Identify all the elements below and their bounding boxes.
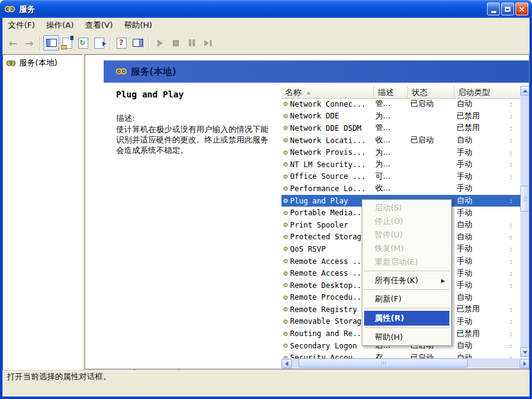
service-gear-icon: ⚙ [281,197,290,204]
stop-icon [173,40,179,46]
service-startup-type: 手动 [454,280,510,290]
minimize-icon [491,11,496,13]
menu-item-label: 启动(S) [375,202,402,213]
scroll-up-button[interactable] [520,86,530,96]
service-row[interactable]: ⚙Office Source ...可...手动: [281,171,520,183]
toolbar-separator [110,36,111,50]
help-button[interactable]: ? [114,35,130,51]
forward-button: → [21,35,37,51]
service-gear-icon: ⚙ [281,258,290,265]
service-row-sliver: : [510,269,520,278]
service-row[interactable]: ⚙NT LM Security...为...手动: [281,158,520,171]
maximize-button[interactable] [501,2,514,15]
service-startup-type: 自动 [454,220,510,230]
service-row-sliver: : [510,318,520,326]
service-status: 已启动 [408,353,454,358]
menu-item-label: 属性(R) [375,313,404,324]
context-menu-item: 暂停(U) [362,228,451,242]
service-name: Network Locati... [290,136,374,145]
menu-bar: 文件(F) 操作(A) 查看(V) 帮助(H) [2,18,530,32]
service-row-sliver: : [510,257,520,265]
column-header-startup-type[interactable]: 启动类型 [454,86,510,98]
service-gear-icon: ⚙ [281,101,290,107]
service-gear-icon: ⚙ [281,161,290,168]
horizontal-scroll-thumb[interactable] [299,358,468,368]
service-row-sliver: : [510,354,520,358]
menu-file[interactable]: 文件(F) [2,19,41,32]
service-startup-type: 自动 [454,135,510,146]
tree-item-services-local[interactable]: ⚙⚙ 服务(本地) [3,55,82,68]
service-name: Office Source ... [290,172,374,181]
service-startup-type: 自动 [454,340,510,351]
menu-item-label: 重新启动(E) [375,257,418,268]
scroll-right-button[interactable] [520,359,530,368]
refresh-button[interactable]: ↻ [75,35,91,51]
extended-view-header: ⚙⚙ 服务(本地) [104,60,529,83]
sort-ascending-icon [306,91,311,94]
toolbar-separator [148,36,149,50]
service-name: Security Accou [290,353,374,358]
back-icon: ← [9,37,17,49]
title-bar[interactable]: ⚙⚙ 服务 × [0,0,532,18]
service-row-sliver: : [510,245,520,253]
column-header-description[interactable]: 描述 [374,86,408,98]
service-gear-icon: ⚙ [281,245,290,252]
console-tree-pane: ⚙⚙ 服务(本地) [2,54,83,382]
context-menu-item[interactable]: 帮助(H) [362,331,451,344]
scroll-left-button[interactable] [281,359,292,368]
tree-item-label: 服务(本地) [19,57,57,68]
vertical-scrollbar[interactable] [520,86,530,357]
service-description: 存... [374,353,408,358]
service-status: 已启动 [408,135,454,146]
extended-view-button[interactable] [130,35,146,51]
close-button[interactable]: × [515,2,528,15]
service-startup-type: 自动 [454,292,510,303]
service-startup-type: 手动 [454,268,510,279]
window-border-bottom [0,397,532,399]
menu-action[interactable]: 操作(A) [41,19,80,32]
service-startup-type: 自动 [454,353,510,358]
vertical-scroll-thumb[interactable] [520,186,530,212]
service-gear-icon: ⚙ [281,342,290,349]
service-row-sliver: : [510,173,520,181]
menu-help[interactable]: 帮助(H) [118,19,158,32]
service-row-sliver: : [510,281,520,289]
service-gear-icon: ⚙ [281,125,290,131]
service-startup-type: 已禁用 [454,329,510,339]
description-label: 描述: [116,113,275,124]
service-startup-type: 自动 [454,195,510,206]
horizontal-scrollbar[interactable] [281,358,530,369]
service-row[interactable]: ⚙Network Locati...收...已启动自动: [281,134,520,147]
play-icon [157,39,163,47]
pause-service-button [184,35,200,51]
context-menu-item: 恢复(M) [362,242,451,255]
column-header-status[interactable]: 状态 [408,86,454,98]
export-list-button[interactable] [91,35,107,51]
scroll-down-button[interactable] [520,347,530,357]
pause-icon [189,39,195,46]
service-row-sliver: : [510,197,520,205]
service-row[interactable]: ⚙Network DDE DSDM管...已禁用: [281,122,520,134]
context-menu-item[interactable]: 属性(R) [364,311,449,326]
refresh-icon: ↻ [78,38,88,49]
column-header-name[interactable]: 名称 [281,86,374,98]
service-startup-type: 已禁用 [454,111,510,121]
service-name: Network DDE [290,112,374,120]
show-console-tree-button[interactable] [43,35,59,51]
service-row-sliver: : [510,149,520,157]
service-row[interactable]: ⚙Security Accou存...已启动自动: [281,352,520,358]
service-row[interactable]: ⚙Performance Lo...收...手动 [281,183,520,195]
menu-item-label: 刷新(F) [375,294,402,305]
context-menu-item[interactable]: 所有任务(K)▶ [362,274,451,287]
service-startup-type: 手动 [454,256,510,266]
minimize-button[interactable] [487,2,500,15]
service-row[interactable]: ⚙Network Provis...为...手动: [281,146,520,158]
context-menu-item[interactable]: 刷新(F) [362,292,451,306]
properties-button[interactable] [59,35,75,51]
menu-view[interactable]: 查看(V) [80,19,118,32]
service-row[interactable]: ⚙Network Connec...管...已启动自动: [281,98,520,110]
service-startup-type: 手动 [454,208,510,218]
scroll-left-icon [285,361,288,366]
service-row[interactable]: ⚙Network DDE为...已禁用: [281,110,520,123]
scroll-up-icon [523,89,528,93]
